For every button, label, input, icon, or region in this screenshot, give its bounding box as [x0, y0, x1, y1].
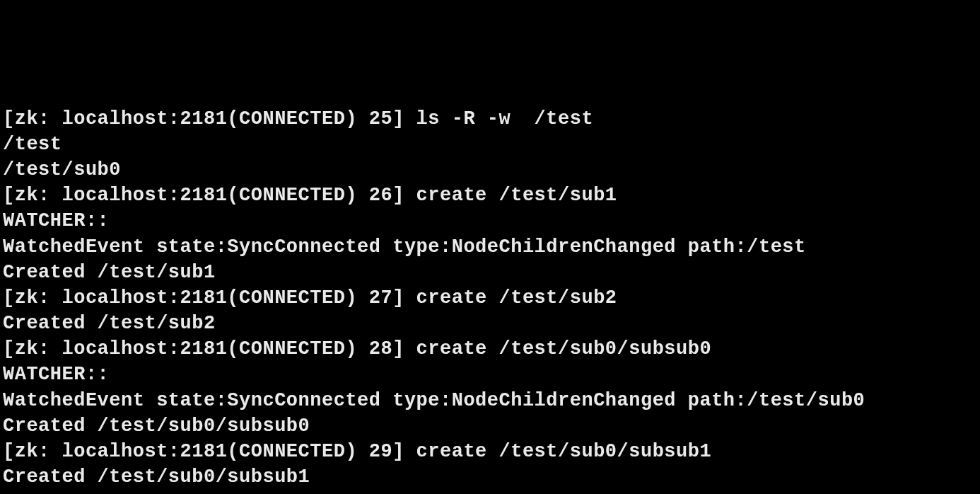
terminal-line: [zk: localhost:2181(CONNECTED) 26] creat… [3, 183, 977, 208]
terminal-line: /test/sub0 [3, 157, 977, 183]
terminal-line: WatchedEvent state:SyncConnected type:No… [3, 388, 977, 413]
terminal-line: Created /test/sub0/subsub0 [3, 413, 977, 439]
terminal-line: [zk: localhost:2181(CONNECTED) 29] creat… [3, 439, 977, 464]
terminal-line: WATCHER:: [3, 362, 977, 387]
terminal-line: [zk: localhost:2181(CONNECTED) 28] creat… [3, 336, 977, 362]
terminal-output[interactable]: [zk: localhost:2181(CONNECTED) 25] ls -R… [3, 106, 977, 490]
terminal-line: Created /test/sub1 [3, 260, 977, 285]
terminal-line: /test [3, 132, 977, 157]
terminal-line: WATCHER:: [3, 208, 977, 234]
terminal-line: Created /test/sub2 [3, 311, 977, 336]
terminal-line: [zk: localhost:2181(CONNECTED) 27] creat… [3, 285, 977, 311]
terminal-line: WatchedEvent state:SyncConnected type:No… [3, 234, 977, 260]
terminal-line: [zk: localhost:2181(CONNECTED) 25] ls -R… [3, 106, 977, 132]
terminal-line: Created /test/sub0/subsub1 [3, 464, 977, 490]
